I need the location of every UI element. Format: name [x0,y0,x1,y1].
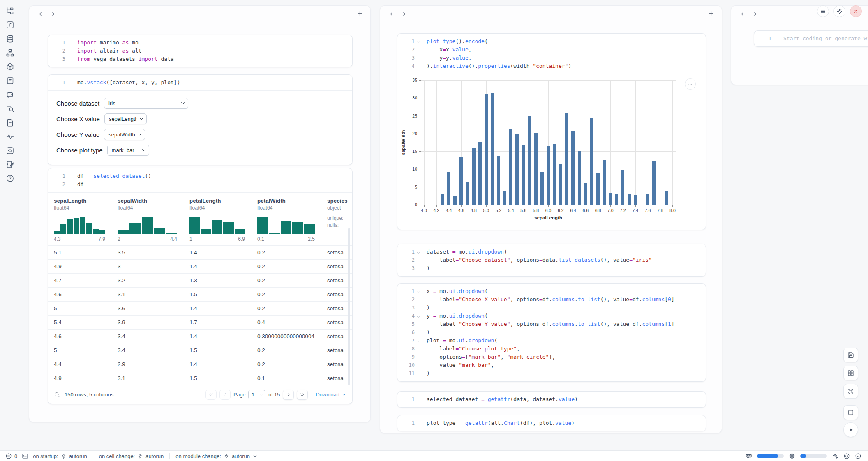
table-row[interactable]: 5.13.51.40.2setosa [48,245,352,259]
next-page-button[interactable] [283,390,294,400]
y-tick-label: 10 [397,166,417,171]
copilot-button[interactable] [843,453,850,459]
code-editor-xyplot[interactable]: 1x = mo.ui.dropdown(2 label="Choose X va… [397,284,706,381]
dropdown-label: Choose Y value [56,131,99,138]
fold-chevron-icon[interactable] [416,249,421,254]
fold-chevron-icon[interactable] [416,313,421,318]
logs-search-icon[interactable] [6,104,14,113]
errors-indicator[interactable]: 0 [5,453,17,459]
last-page-button[interactable] [297,390,308,400]
status-bar: 0 on startup: autorun on cell change: au… [0,450,868,461]
dependency-graph-icon[interactable] [6,48,14,57]
dropdown-select[interactable]: sepalLength [104,113,147,124]
code-editor-selected[interactable]: 1selected_dataset = getattr(data, datase… [397,392,706,407]
code-editor-vstack[interactable]: 1mo.vstack([dataset, x, y, plot]) [48,75,352,90]
helper-panel-button[interactable] [843,405,858,420]
download-button[interactable]: Download [316,392,346,398]
column-histogram[interactable] [257,216,315,234]
column-next-button[interactable] [751,10,759,18]
code-line: x=x.value, [421,46,472,54]
column-prev-button[interactable] [739,10,747,18]
on-cell-change-setting[interactable]: on cell change: autorun [99,453,164,459]
scratchpad-icon[interactable] [6,160,14,169]
code-editor-dataset[interactable]: 1dataset = mo.ui.dropdown(2 label="Choos… [397,244,706,276]
control-row: Choose Y valuesepalWidth [56,129,344,140]
chart-menu-button[interactable] [685,78,696,90]
column-header-petalLength[interactable]: petalLengthfloat6416.9 [189,198,257,242]
add-cell-button[interactable] [356,10,364,18]
page-select[interactable]: 1 [248,390,265,399]
table-scrollbar[interactable] [348,228,350,385]
panel-header [29,6,370,23]
connection-status-icon[interactable] [855,453,861,459]
tracing-icon[interactable] [6,132,14,141]
bar [478,142,482,205]
table-row[interactable]: 4.42.91.40.2setosa [48,357,352,371]
panel-column-1: 1import marimo as mo2import altair as al… [29,5,371,422]
fold-chevron-icon[interactable] [416,338,421,343]
on-startup-setting[interactable]: on startup: autorun [33,453,87,459]
table-pagination: Page 1 of 15 Download [205,390,346,400]
table-cell: 5 [54,305,118,311]
code-editor-df[interactable]: 1df = selected_dataset()2df [48,168,352,192]
table-row[interactable]: 4.63.11.50.2setosa [48,287,352,301]
cell-chart: 1plot_type().encode(2 x=x.value,3 y=y.va… [397,33,706,230]
column-prev-button[interactable] [37,10,45,18]
column-header-petalWidth[interactable]: petalWidthfloat640.12.5 [257,198,327,242]
run-cells-button[interactable] [843,422,858,437]
prev-page-button[interactable] [219,390,231,400]
table-row[interactable]: 4.63.41.40.30000000000000004setosa [48,329,352,343]
terminal-button[interactable] [22,453,28,459]
table-cell: 1.4 [189,333,257,339]
table-row[interactable]: 4.73.21.30.2setosa [48,273,352,287]
column-prev-button[interactable] [388,10,396,18]
column-histogram[interactable] [118,216,177,234]
code-editor-plottype[interactable]: 1plot_type = getattr(alt.Chart(df), plot… [397,415,706,431]
code-snippets-icon[interactable] [6,146,14,155]
column-next-button[interactable] [400,10,408,18]
scroll-icon[interactable] [6,76,14,85]
file-tree-icon[interactable] [6,7,14,15]
column-header-sepalLength[interactable]: sepalLengthfloat644.37.9 [54,198,118,242]
help-icon[interactable] [6,174,14,183]
fold-chevron-icon[interactable] [416,39,421,44]
ai-sparkles-button[interactable] [832,453,838,459]
column-next-button[interactable] [49,10,57,18]
x-tick-label: 4.6 [455,208,467,213]
notebook-menu-button[interactable] [817,5,829,17]
table-row[interactable]: 4.93.11.50.1setosa [48,371,352,385]
database-icon[interactable] [6,35,14,43]
first-page-button[interactable] [205,390,217,400]
table-row[interactable]: 5.43.91.70.4setosa [48,315,352,329]
column-histogram[interactable] [54,216,105,234]
table-row[interactable]: 4.931.40.2setosa [48,259,352,273]
column-header-sepalWidth[interactable]: sepalWidthfloat6424.4 [118,198,189,242]
table-cell: 3.6 [118,305,189,311]
table-row[interactable]: 53.41.50.2setosa [48,343,352,357]
code-editor-imports[interactable]: 1import marimo as mo2import altair as al… [48,35,352,67]
on-module-change-setting[interactable]: on module change: autorun [175,453,258,459]
document-icon[interactable] [6,118,14,127]
save-button[interactable] [843,348,858,362]
function-square-icon[interactable] [6,21,14,29]
layout-select-button[interactable] [843,366,858,380]
chat-bot-icon[interactable] [6,90,14,99]
settings-button[interactable] [833,5,845,17]
table-row[interactable]: 53.61.40.2setosa [48,301,352,315]
dropdown-select[interactable]: sepalWidth [104,129,145,140]
search-icon[interactable] [54,392,60,398]
bar [559,164,562,205]
code-editor-chart[interactable]: 1plot_type().encode(2 x=x.value,3 y=y.va… [397,34,706,74]
table-cell: 3.5 [118,249,189,256]
shutdown-button[interactable] [850,5,862,17]
package-icon[interactable] [6,62,14,71]
column-histogram[interactable] [189,216,245,234]
fold-chevron-icon[interactable] [416,289,421,294]
dropdown-select[interactable]: iris [104,98,188,109]
generate-link[interactable]: generate [835,35,861,41]
code-editor-empty[interactable]: 1 Start coding or generate with AI [754,31,868,46]
add-cell-button[interactable] [707,10,715,18]
keyboard-shortcuts-button[interactable] [843,384,858,399]
dropdown-select[interactable]: mark_bar [107,145,149,156]
bar [540,172,544,205]
